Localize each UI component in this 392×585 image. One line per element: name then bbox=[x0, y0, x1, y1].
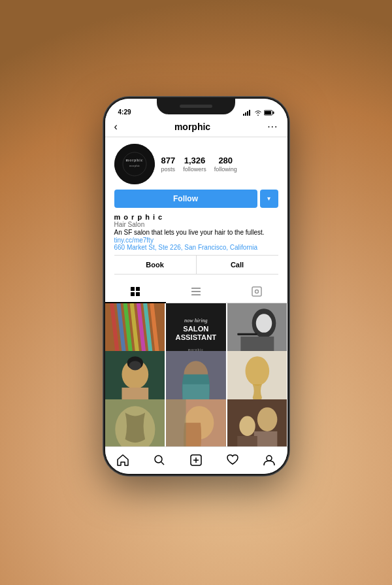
stat-followers: 1,326 followers bbox=[183, 156, 206, 173]
photo-cell-7[interactable] bbox=[105, 399, 165, 446]
svg-text:SALON: SALON bbox=[183, 324, 208, 332]
avatar-svg: morphic morphic bbox=[114, 144, 155, 184]
bio-description: An SF salon that lets you live your hair… bbox=[114, 228, 278, 237]
list-icon bbox=[191, 286, 201, 297]
status-icons bbox=[243, 109, 274, 116]
followers-count: 1,326 bbox=[184, 156, 206, 165]
svg-text:morphic: morphic bbox=[129, 164, 140, 167]
svg-point-58 bbox=[155, 456, 162, 463]
svg-rect-12 bbox=[136, 287, 140, 291]
profile-stats: 877 posts 1,326 followers 280 following bbox=[161, 156, 278, 173]
nav-home[interactable] bbox=[116, 454, 129, 467]
call-button[interactable]: Call bbox=[197, 256, 278, 274]
nav-search[interactable] bbox=[153, 454, 166, 467]
svg-rect-3 bbox=[249, 110, 250, 116]
svg-rect-16 bbox=[191, 291, 201, 292]
svg-rect-18 bbox=[252, 287, 261, 296]
bio-username: m o r p h i c bbox=[114, 213, 278, 221]
svg-point-19 bbox=[255, 290, 259, 293]
tag-icon bbox=[252, 286, 262, 297]
status-time: 4:29 bbox=[118, 109, 131, 116]
heart-icon bbox=[226, 454, 239, 467]
svg-rect-14 bbox=[136, 292, 140, 296]
profile-nav: ‹ morphic ··· bbox=[105, 117, 287, 137]
profile-section: morphic morphic 877 posts bbox=[105, 137, 287, 281]
svg-point-36 bbox=[256, 314, 272, 333]
svg-point-56 bbox=[239, 416, 255, 436]
nav-add[interactable] bbox=[189, 454, 203, 467]
posts-label: posts bbox=[161, 166, 176, 173]
photo-cell-8[interactable] bbox=[166, 399, 226, 446]
svg-line-59 bbox=[161, 462, 164, 465]
tab-tagged[interactable] bbox=[227, 281, 287, 303]
phone-frame: 4:29 bbox=[103, 97, 289, 476]
svg-rect-2 bbox=[247, 111, 248, 116]
stat-posts: 877 posts bbox=[161, 156, 176, 173]
svg-point-41 bbox=[129, 361, 140, 370]
bio-link[interactable]: tiny.cc/me7fty bbox=[114, 237, 278, 244]
following-label: following bbox=[214, 166, 237, 173]
view-tabs bbox=[105, 281, 287, 303]
svg-rect-1 bbox=[245, 112, 246, 116]
nav-profile[interactable] bbox=[263, 454, 276, 467]
following-count: 280 bbox=[218, 156, 233, 165]
photo-grid: now hiring SALON ASSISTANT morphic bbox=[105, 303, 287, 446]
back-button[interactable]: ‹ bbox=[114, 121, 118, 133]
phone-screen: 4:29 bbox=[105, 99, 287, 474]
follow-button[interactable]: Follow bbox=[114, 190, 257, 208]
svg-text:now hiring: now hiring bbox=[184, 317, 207, 323]
svg-text:ASSISTANT: ASSISTANT bbox=[176, 333, 217, 341]
instagram-content: ‹ morphic ··· morphic morphic bbox=[105, 117, 287, 474]
bio-address[interactable]: 660 Market St, Ste 226, San Francisco, C… bbox=[114, 244, 278, 251]
profile-nav-title: morphic bbox=[174, 122, 210, 132]
svg-rect-52 bbox=[166, 399, 186, 446]
svg-rect-5 bbox=[272, 111, 274, 114]
avatar: morphic morphic bbox=[114, 144, 155, 184]
battery-icon bbox=[264, 109, 274, 116]
svg-rect-17 bbox=[191, 294, 201, 295]
profile-icon bbox=[263, 454, 276, 467]
book-button[interactable]: Book bbox=[114, 256, 197, 274]
action-buttons: Book Call bbox=[114, 255, 278, 275]
svg-rect-13 bbox=[131, 292, 135, 296]
profile-top: morphic morphic 877 posts bbox=[114, 144, 278, 184]
phone-wrapper: 4:29 bbox=[103, 97, 289, 476]
svg-rect-55 bbox=[254, 431, 278, 446]
svg-rect-11 bbox=[131, 287, 135, 291]
followers-label: followers bbox=[183, 166, 206, 173]
home-icon bbox=[116, 454, 129, 467]
plus-square-icon bbox=[189, 454, 203, 467]
profile-bio: m o r p h i c Hair Salon An SF salon tha… bbox=[114, 213, 278, 251]
search-icon bbox=[153, 454, 166, 467]
svg-rect-37 bbox=[237, 333, 257, 335]
posts-count: 877 bbox=[161, 156, 176, 165]
svg-rect-6 bbox=[265, 111, 271, 114]
stat-following: 280 following bbox=[214, 156, 237, 173]
svg-rect-0 bbox=[243, 114, 244, 116]
follow-row: Follow ▾ bbox=[114, 190, 278, 208]
svg-rect-57 bbox=[237, 436, 257, 446]
wifi-icon bbox=[254, 109, 262, 116]
svg-point-54 bbox=[257, 407, 278, 431]
nav-activity[interactable] bbox=[226, 454, 239, 467]
svg-point-47 bbox=[245, 356, 269, 386]
signal-icon bbox=[243, 109, 252, 116]
follow-dropdown-button[interactable]: ▾ bbox=[260, 190, 278, 208]
tab-list[interactable] bbox=[166, 281, 227, 303]
more-button[interactable]: ··· bbox=[267, 121, 278, 133]
bottom-nav bbox=[105, 446, 287, 474]
notch-speaker bbox=[180, 105, 212, 108]
svg-point-63 bbox=[267, 456, 272, 461]
phone-notch bbox=[157, 99, 235, 114]
bio-category: Hair Salon bbox=[114, 221, 278, 228]
photo-cell-9[interactable] bbox=[227, 399, 287, 446]
tab-grid[interactable] bbox=[105, 281, 166, 303]
grid-icon bbox=[130, 286, 140, 297]
svg-text:morphic: morphic bbox=[125, 158, 143, 162]
svg-rect-15 bbox=[191, 288, 201, 289]
